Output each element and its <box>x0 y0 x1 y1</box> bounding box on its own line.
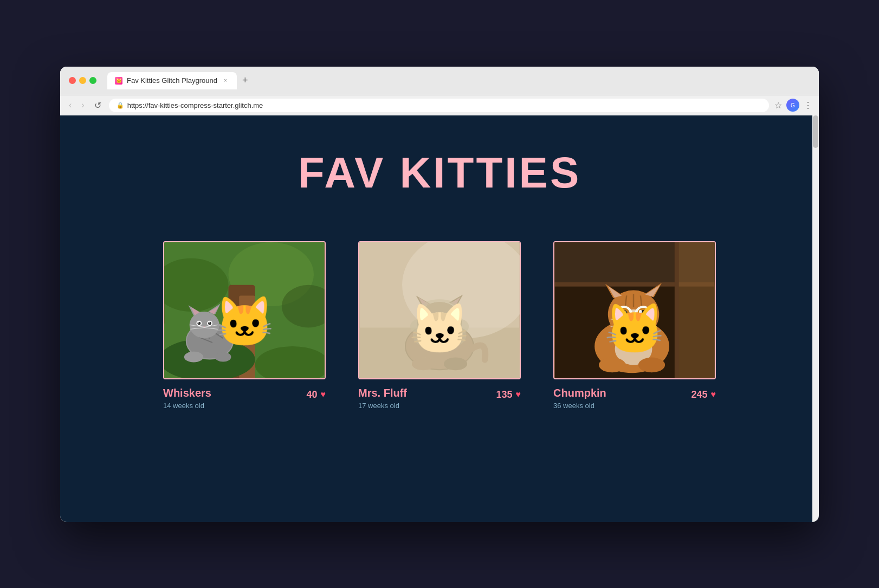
cat-info-chumpkin: Chumpkin 36 weeks old 245 ♥ <box>553 387 716 410</box>
svg-point-30 <box>215 352 231 361</box>
svg-line-96 <box>637 325 655 330</box>
svg-line-12 <box>215 333 223 338</box>
cats-grid: Whiskers 14 weeks old 40 ♥ <box>104 241 775 410</box>
svg-point-21 <box>208 321 211 325</box>
scrollbar-thumb[interactable] <box>813 115 818 148</box>
svg-point-81 <box>635 306 651 322</box>
cat-details-mrs-fluff: Mrs. Fluff 17 weeks old <box>358 387 407 410</box>
scrollbar[interactable] <box>812 115 819 522</box>
cat-likes-chumpkin[interactable]: 245 ♥ <box>691 387 716 400</box>
svg-point-23 <box>209 322 210 323</box>
lock-icon: 🔒 <box>117 102 124 109</box>
svg-point-20 <box>197 321 201 325</box>
svg-point-85 <box>639 310 647 320</box>
svg-point-97 <box>599 357 625 372</box>
svg-line-92 <box>611 324 630 326</box>
svg-point-52 <box>446 319 448 321</box>
svg-point-33 <box>402 242 520 338</box>
svg-line-67 <box>618 333 629 348</box>
active-tab[interactable]: 🐱 Fav Kitties Glitch Playground × <box>107 72 237 89</box>
reload-button[interactable]: ↺ <box>92 99 104 112</box>
cat-photo-whiskers <box>164 242 325 378</box>
maximize-button[interactable] <box>89 77 96 84</box>
cat-image-chumpkin <box>553 241 716 379</box>
svg-point-46 <box>421 299 458 315</box>
tab-close-button[interactable]: × <box>222 77 229 85</box>
heart-icon-chumpkin: ♥ <box>711 390 716 399</box>
back-button[interactable]: ‹ <box>67 99 74 111</box>
cat-details-chumpkin: Chumpkin 36 weeks old <box>553 387 606 410</box>
cat-details-whiskers: Whiskers 14 weeks old <box>163 387 211 410</box>
svg-point-87 <box>639 310 642 313</box>
svg-point-83 <box>637 308 649 321</box>
svg-point-59 <box>444 357 467 370</box>
svg-line-56 <box>442 324 460 326</box>
svg-point-80 <box>616 306 632 322</box>
title-bar: 🐱 Fav Kitties Glitch Playground × + <box>60 67 819 95</box>
cat-age-mrs-fluff: 17 weeks old <box>358 402 407 410</box>
svg-point-98 <box>638 357 665 372</box>
svg-point-58 <box>412 357 435 370</box>
svg-point-86 <box>619 310 623 313</box>
minimize-button[interactable] <box>79 77 86 84</box>
cat-card-chumpkin: Chumpkin 36 weeks old 245 ♥ <box>553 241 716 410</box>
tab-bar: 🐱 Fav Kitties Glitch Playground × + <box>107 72 251 89</box>
cat-photo-chumpkin <box>554 242 715 378</box>
bookmark-button[interactable]: ☆ <box>774 100 782 111</box>
svg-point-41 <box>448 318 469 334</box>
cat-name-chumpkin: Chumpkin <box>553 387 606 399</box>
svg-point-50 <box>445 318 451 324</box>
svg-line-55 <box>419 327 437 329</box>
cat-likes-whiskers[interactable]: 40 ♥ <box>306 387 326 400</box>
cat-card-mrs-fluff: Mrs. Fluff 17 weeks old 135 ♥ <box>358 241 521 410</box>
svg-point-39 <box>418 302 461 340</box>
page-title: FAV KITTIES <box>298 148 581 198</box>
cat-likes-mrs-fluff[interactable]: 135 ♥ <box>496 387 521 400</box>
cat-info-whiskers: Whiskers 14 weeks old 40 ♥ <box>163 387 326 410</box>
cat-age-whiskers: 14 weeks old <box>163 402 211 410</box>
menu-button[interactable]: ⋮ <box>804 100 812 111</box>
heart-icon-whiskers: ♥ <box>321 390 326 399</box>
avatar: G <box>786 99 799 112</box>
new-tab-button[interactable]: + <box>239 74 251 87</box>
cat-age-chumpkin: 36 weeks old <box>553 402 606 410</box>
cat-likes-count-chumpkin: 245 <box>691 389 707 400</box>
svg-point-37 <box>440 325 466 346</box>
traffic-lights <box>69 77 96 84</box>
svg-point-88 <box>625 311 626 313</box>
svg-line-54 <box>419 324 437 326</box>
page-content: FAV KITTIES <box>60 115 819 522</box>
cat-image-mrs-fluff <box>358 241 521 379</box>
tab-title: Fav Kitties Glitch Playground <box>127 76 217 85</box>
cat-name-whiskers: Whiskers <box>163 387 211 399</box>
cat-likes-count-mrs-fluff: 135 <box>496 389 512 400</box>
svg-point-82 <box>618 308 630 321</box>
svg-point-51 <box>429 319 431 321</box>
heart-icon-mrs-fluff: ♥ <box>516 390 521 399</box>
svg-line-91 <box>611 319 630 322</box>
svg-line-95 <box>637 324 656 326</box>
url-text: https://fav-kitties-compress-starter.gli… <box>127 101 263 109</box>
svg-rect-63 <box>677 242 715 378</box>
url-bar[interactable]: 🔒 https://fav-kitties-compress-starter.g… <box>109 99 769 112</box>
close-button[interactable] <box>69 77 76 84</box>
svg-point-49 <box>428 318 434 324</box>
svg-point-22 <box>198 322 199 323</box>
svg-line-93 <box>612 325 630 330</box>
svg-line-66 <box>613 335 624 349</box>
cat-name-mrs-fluff: Mrs. Fluff <box>358 387 407 399</box>
svg-point-84 <box>620 310 628 320</box>
svg-point-40 <box>410 318 431 334</box>
cat-card-whiskers: Whiskers 14 weeks old 40 ♥ <box>163 241 326 410</box>
forward-button[interactable]: › <box>79 99 86 111</box>
svg-line-94 <box>637 319 656 322</box>
cat-photo-mrs-fluff <box>359 242 520 378</box>
svg-line-57 <box>442 327 460 329</box>
svg-point-75 <box>618 309 650 333</box>
address-actions: ☆ G ⋮ <box>774 99 812 112</box>
svg-rect-64 <box>675 242 679 378</box>
svg-point-29 <box>184 351 203 362</box>
address-bar: ‹ › ↺ 🔒 https://fav-kitties-compress-sta… <box>60 95 819 115</box>
cat-likes-count-whiskers: 40 <box>306 389 317 400</box>
browser-chrome: 🐱 Fav Kitties Glitch Playground × + ‹ › … <box>60 67 819 115</box>
